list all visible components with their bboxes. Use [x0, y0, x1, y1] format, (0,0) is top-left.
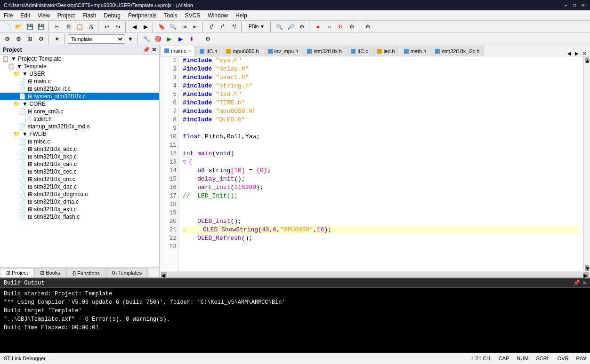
tree-item-0[interactable]: 📋▼ Project: Template	[0, 55, 159, 63]
new-file-button[interactable]: 📄	[2, 22, 12, 32]
menu-help[interactable]: Help	[232, 11, 251, 20]
build-close-button[interactable]: ✕	[583, 279, 586, 286]
tree-item-19[interactable]: 📄⊞ stm32f10x_dma.c	[0, 198, 159, 206]
tree-item-12[interactable]: 📄⊞ stm32f10x_adc.c	[0, 145, 159, 153]
tb2-download[interactable]: ⬇	[186, 34, 197, 44]
tb2-btn2[interactable]: ⚙	[13, 34, 24, 44]
code-content[interactable]: #include "sys.h"#include "delay.h"#inclu…	[179, 56, 583, 271]
tab-functions[interactable]: {} Functions	[66, 268, 106, 277]
tb2-config[interactable]: 🔧	[141, 34, 152, 44]
project-close-button[interactable]: ✕	[152, 47, 156, 53]
tab-books[interactable]: ⊞ Books	[34, 268, 66, 277]
tree-item-9[interactable]: 📄startup_stm32f10x_md.s	[0, 123, 159, 130]
editor-tab-6[interactable]: led.h	[373, 46, 399, 56]
editor-scrollbar[interactable]: ▲ ▼	[583, 56, 590, 271]
indent-button[interactable]: ⇥	[179, 22, 189, 32]
target-selector[interactable]: Template	[68, 34, 124, 44]
undo-button[interactable]: ↩	[102, 22, 112, 32]
scroll-left-arrow[interactable]: ◀	[161, 272, 167, 277]
close-button[interactable]: ✕	[580, 2, 586, 8]
tb2-btn3[interactable]: ⊞	[24, 34, 35, 44]
tab-close-all[interactable]: ✕	[581, 51, 588, 56]
cut-button[interactable]: ✂	[52, 22, 62, 32]
tb2-btn4[interactable]: ⚙	[36, 34, 46, 44]
reg-button[interactable]: ⚙	[297, 22, 307, 32]
menu-svcs[interactable]: SVCS	[181, 11, 204, 20]
run-button[interactable]: ●	[313, 22, 323, 32]
menu-debug[interactable]: Debug	[100, 11, 124, 20]
menu-view[interactable]: View	[34, 11, 54, 20]
menu-flash[interactable]: Flash	[79, 11, 100, 20]
menu-project[interactable]: Project	[54, 11, 79, 20]
tree-item-6[interactable]: 📁▼ CORE	[0, 100, 159, 108]
tb2-build[interactable]: ▶	[164, 34, 174, 44]
tb2-debug[interactable]: ▶	[175, 34, 186, 44]
menu-edit[interactable]: Edit	[16, 11, 34, 20]
scroll-down-arrow[interactable]: ▼	[585, 265, 590, 271]
inspector-button[interactable]: 🔎	[285, 22, 296, 32]
format-button[interactable]: //	[206, 22, 217, 32]
fold-icon-13[interactable]: ▽	[183, 158, 186, 166]
tree-item-21[interactable]: 📄⊞ stm32f10x_flash.c	[0, 213, 159, 221]
editor-tab-7[interactable]: math.h	[400, 46, 431, 56]
tab-project[interactable]: ⊞ Project	[0, 268, 34, 277]
tree-item-14[interactable]: 📄⊞ stm32f10x_can.c	[0, 160, 159, 168]
open-button[interactable]: 📂	[13, 22, 24, 32]
scroll-up-arrow[interactable]: ▲	[585, 57, 590, 63]
save-all-button[interactable]: 💾	[36, 22, 46, 32]
bookmark-button[interactable]: 🔖	[156, 22, 167, 32]
redo-button[interactable]: ↪	[113, 22, 123, 32]
tree-item-11[interactable]: 📄⊞ misc.c	[0, 138, 159, 145]
tree-item-10[interactable]: 📁▼ FWLIB	[0, 130, 159, 138]
comment-button[interactable]: /*	[218, 22, 228, 32]
menu-peripherals[interactable]: Peripherals	[124, 11, 161, 20]
tree-item-17[interactable]: 📄⊞ stm32f10x_dac.c	[0, 183, 159, 190]
tb2-btn1[interactable]: ⚙	[2, 34, 12, 44]
find-button[interactable]: 🔍	[168, 22, 178, 32]
nav-fwd-button[interactable]: ▶	[140, 22, 151, 32]
tab-close-0[interactable]: ×	[188, 48, 191, 54]
stop-button[interactable]: ○	[324, 22, 334, 32]
save-button[interactable]: 💾	[24, 22, 35, 32]
editor-tab-4[interactable]: stm32f10x.h	[303, 46, 346, 56]
tab-templates[interactable]: 0₄ Templates	[106, 268, 148, 277]
editor-tab-0[interactable]: main.c×	[160, 46, 195, 56]
tree-item-1[interactable]: 📋▼ Template	[0, 63, 159, 70]
reload-button[interactable]: ↻	[335, 22, 346, 32]
tree-item-20[interactable]: 📄⊞ stm32f10x_exti.c	[0, 206, 159, 213]
nav-back-button[interactable]: ◀	[129, 22, 139, 32]
editor-tab-5[interactable]: IIC.c	[347, 46, 372, 56]
settings-button[interactable]: ⚙	[363, 22, 373, 32]
tree-item-7[interactable]: 📄⊞ core_cm3.c	[0, 108, 159, 115]
tree-item-8[interactable]: 📄stdint.h	[0, 115, 159, 123]
tb2-btn5[interactable]: ✦	[52, 34, 62, 44]
tree-item-2[interactable]: 📁▼ USER	[0, 70, 159, 78]
scroll-right-arrow[interactable]: ▶	[583, 272, 589, 277]
tree-item-16[interactable]: 📄⊞ stm32f10x_crc.c	[0, 175, 159, 183]
tree-item-13[interactable]: 📄⊞ stm32f10x_bkp.c	[0, 153, 159, 160]
editor-tab-8[interactable]: stm32f10x_i2c.h	[431, 46, 484, 56]
tree-item-3[interactable]: 📄⊞ main.c	[0, 78, 159, 85]
editor-tab-1[interactable]: IIC.h	[195, 46, 221, 56]
format2-button[interactable]: */	[229, 22, 239, 32]
paste-button[interactable]: 📋	[74, 22, 85, 32]
editor-tab-3[interactable]: inv_mpu.h	[264, 46, 303, 56]
code-editor[interactable]: 1234567891011121314151617181920212223 #i…	[160, 56, 583, 271]
menu-file[interactable]: File	[0, 11, 16, 20]
copy-button[interactable]: ⎘	[63, 22, 73, 32]
maximize-button[interactable]: □	[571, 2, 578, 8]
tree-item-4[interactable]: 📄⊞ stm32f10x_it.c	[0, 85, 159, 93]
menu-tools[interactable]: Tools	[161, 11, 181, 20]
step-button[interactable]: ⚙	[347, 22, 357, 32]
tab-scroll-left[interactable]: ◀	[566, 51, 573, 56]
editor-tab-2[interactable]: mpu6050.h	[222, 46, 263, 56]
menu-window[interactable]: Window	[204, 11, 232, 20]
tab-scroll-right[interactable]: ▶	[573, 51, 581, 56]
tree-item-15[interactable]: 📄⊞ stm32f10x_cec.c	[0, 168, 159, 175]
pbin-button[interactable]: PBin ▼	[245, 22, 268, 32]
search2-button[interactable]: 🔍	[274, 22, 284, 32]
target-dropdown-btn[interactable]: ▼	[125, 34, 136, 44]
minimize-button[interactable]: −	[563, 2, 569, 8]
unindent-button[interactable]: ⇤	[190, 22, 201, 32]
tree-item-5[interactable]: 📄⊞ system_stm32f10x.c	[0, 93, 159, 100]
